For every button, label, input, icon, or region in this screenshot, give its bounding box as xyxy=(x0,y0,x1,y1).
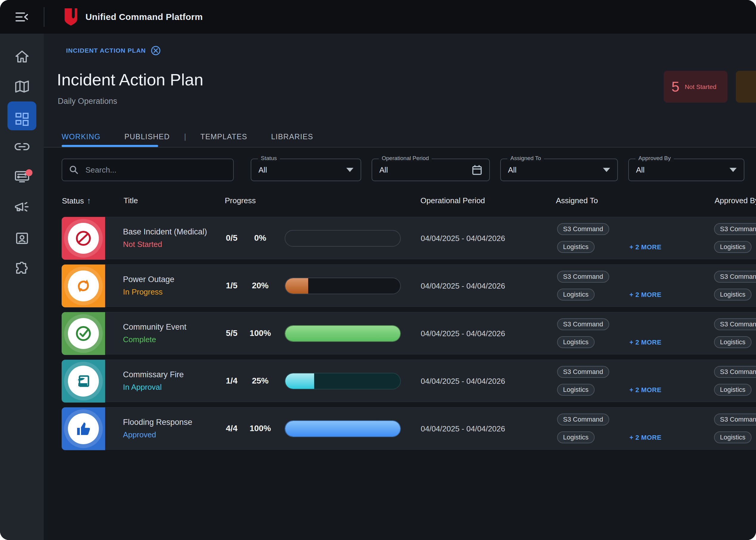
progress-bar xyxy=(284,325,401,342)
approved-chip[interactable]: Logistics xyxy=(714,431,752,443)
sidebar-item-map[interactable] xyxy=(0,72,44,101)
assigned-to-filter[interactable]: Assigned To All xyxy=(500,159,618,181)
assigned-chip[interactable]: Logistics xyxy=(557,431,595,443)
column-header-progress[interactable]: Progress xyxy=(225,196,256,205)
puzzle-icon xyxy=(15,262,29,276)
approved-by-filter[interactable]: Approved By All xyxy=(628,159,744,181)
menu-open-icon xyxy=(16,12,29,22)
assigned-chip[interactable]: S3 Command xyxy=(557,318,609,330)
table-row[interactable]: Power Outage In Progress 1/5 20% 04/04/2… xyxy=(62,264,756,307)
calendar-icon xyxy=(472,165,482,175)
assigned-chip[interactable]: S3 Command xyxy=(557,366,609,378)
assigned-chip[interactable]: Logistics xyxy=(557,384,595,396)
collapse-menu-button[interactable] xyxy=(0,12,44,22)
more-assignees-link[interactable]: + 2 MORE xyxy=(630,434,661,442)
sort-ascending-icon: ↑ xyxy=(87,196,91,205)
prohibited-icon xyxy=(75,230,92,247)
assigned-chip[interactable]: Logistics xyxy=(557,336,595,348)
progress-bar xyxy=(284,420,401,437)
operational-period: 04/04/2025 - 04/04/2026 xyxy=(421,377,505,386)
header-divider xyxy=(44,7,44,27)
breadcrumb[interactable]: INCIDENT ACTION PLAN xyxy=(66,46,161,56)
table-row[interactable]: Base Incident (Medical) Not Started 0/5 … xyxy=(62,217,756,259)
approved-chip[interactable]: Logistics xyxy=(714,336,752,348)
search-icon xyxy=(69,165,78,174)
column-header-title[interactable]: Title xyxy=(123,196,138,205)
assigned-chip[interactable]: Logistics xyxy=(557,289,595,301)
sidebar-item-home[interactable] xyxy=(0,42,44,71)
sidebar-item-announcements[interactable] xyxy=(0,193,44,222)
incident-title: Commissary Fire xyxy=(123,370,184,379)
status-icon-circle xyxy=(68,270,99,301)
tab-working[interactable]: WORKING xyxy=(62,128,112,145)
more-assignees-link[interactable]: + 2 MORE xyxy=(630,291,661,299)
progress-bar xyxy=(284,373,401,389)
notification-dot xyxy=(26,169,33,176)
column-label: Status xyxy=(62,197,84,205)
tab-published[interactable]: PUBLISHED xyxy=(112,128,182,145)
operational-period: 04/04/2025 - 04/04/2026 xyxy=(421,424,505,434)
status-tile xyxy=(62,360,105,403)
filter-label: Status xyxy=(258,155,280,162)
sidebar-item-dashboard[interactable] xyxy=(0,104,44,134)
approved-chip[interactable]: Logistics xyxy=(714,289,752,301)
sidebar-item-links[interactable] xyxy=(0,132,44,162)
stat-count: 5 xyxy=(671,78,679,95)
filter-label: Operational Period xyxy=(379,155,432,162)
progress-count: 0/5 xyxy=(217,233,247,243)
search-box[interactable] xyxy=(62,159,234,181)
filter-value: All xyxy=(508,165,603,175)
progress-percent: 20% xyxy=(245,281,276,290)
progress-bar-fill xyxy=(285,373,314,389)
chevron-down-icon xyxy=(346,168,353,172)
map-icon xyxy=(15,80,29,93)
column-header-assigned-to[interactable]: Assigned To xyxy=(556,196,598,205)
assigned-chip[interactable]: S3 Command xyxy=(557,223,609,235)
more-assignees-link[interactable]: + 2 MORE xyxy=(630,386,661,394)
table-row[interactable]: Commissary Fire In Approval 1/4 25% 04/0… xyxy=(62,360,756,402)
progress-count: 1/5 xyxy=(217,281,247,290)
dashboard-icon xyxy=(15,112,29,126)
approved-chip[interactable]: Logistics xyxy=(714,241,752,253)
operational-period: 04/04/2025 - 04/04/2026 xyxy=(421,281,505,291)
sidebar-item-integrations[interactable] xyxy=(0,254,44,284)
megaphone-icon xyxy=(14,202,30,214)
table-row[interactable]: Community Event Complete 5/5 100% 04/04/… xyxy=(62,312,756,354)
approved-chip[interactable]: S3 Command xyxy=(714,271,756,283)
approved-chip[interactable]: Logistics xyxy=(714,384,752,396)
active-tab-underline xyxy=(62,145,158,147)
tab-group-divider: | xyxy=(182,132,188,141)
filter-value: All xyxy=(259,165,346,175)
sidebar-item-contacts[interactable] xyxy=(0,223,44,253)
incident-status: In Progress xyxy=(123,287,163,297)
circle-x-icon[interactable] xyxy=(151,46,161,56)
column-header-status[interactable]: Status ↑ xyxy=(62,196,91,205)
column-header-approved-by[interactable]: Approved By xyxy=(715,196,756,205)
contact-badge-icon xyxy=(16,231,29,244)
tab-libraries[interactable]: LIBRARIES xyxy=(259,128,325,145)
assigned-chip[interactable]: S3 Command xyxy=(557,414,609,426)
assigned-chip[interactable]: Logistics xyxy=(557,241,595,253)
shield-logo-icon xyxy=(64,8,78,26)
status-filter[interactable]: Status All xyxy=(251,159,361,181)
table-row[interactable]: Flooding Response Approved 4/4 100% 04/0… xyxy=(62,407,756,450)
operational-period-filter[interactable]: Operational Period All xyxy=(372,159,490,181)
more-assignees-link[interactable]: + 2 MORE xyxy=(630,338,661,346)
filter-bar: Status All Operational Period All Ass xyxy=(44,159,756,182)
approved-chip[interactable]: S3 Command xyxy=(714,366,756,378)
more-assignees-link[interactable]: + 2 MORE xyxy=(630,243,661,251)
approved-chip[interactable]: S3 Command xyxy=(714,223,756,235)
approved-chip[interactable]: S3 Command xyxy=(714,414,756,426)
progress-count: 5/5 xyxy=(217,329,247,338)
assigned-chip[interactable]: S3 Command xyxy=(557,271,609,283)
progress-bar-fill xyxy=(285,326,400,341)
column-header-operational-period[interactable]: Operational Period xyxy=(421,196,485,205)
tab-templates[interactable]: TEMPLATES xyxy=(188,128,259,145)
brand: Unified Command Platform xyxy=(64,8,203,26)
sidebar-item-display-boards[interactable] xyxy=(0,162,44,192)
search-input[interactable] xyxy=(85,165,216,175)
incident-status: Approved xyxy=(123,430,156,440)
progress-bar xyxy=(284,278,401,294)
approved-chip[interactable]: S3 Command xyxy=(714,318,756,330)
link-icon xyxy=(14,143,30,151)
